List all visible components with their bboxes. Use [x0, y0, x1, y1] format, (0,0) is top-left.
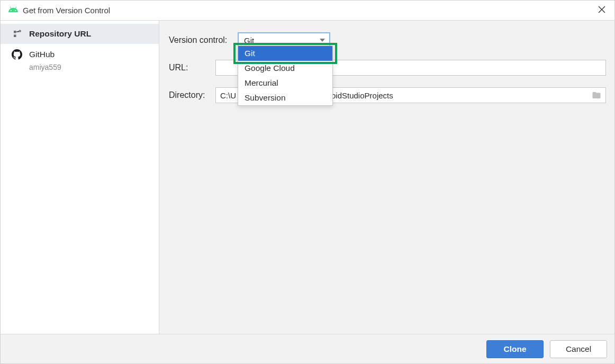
- cancel-button[interactable]: Cancel: [550, 340, 607, 358]
- directory-input-left: C:\U: [220, 91, 236, 100]
- chevron-down-icon: [320, 39, 325, 42]
- url-row: URL:: [169, 60, 606, 76]
- github-icon: [10, 49, 24, 60]
- directory-input-right: oidStudioProjects: [331, 91, 393, 100]
- form-area: Version control: Git URL: Directory:: [159, 21, 614, 334]
- main-area: Repository URL GitHub amiya559 Version c…: [1, 21, 614, 334]
- sidebar-item-github[interactable]: GitHub: [1, 44, 159, 65]
- clone-button[interactable]: Clone: [486, 340, 544, 358]
- version-control-option-google-cloud[interactable]: Google Cloud: [238, 61, 332, 76]
- sidebar-item-repository-url[interactable]: Repository URL: [1, 24, 159, 44]
- sidebar: Repository URL GitHub amiya559: [1, 21, 159, 334]
- repository-url-icon: [10, 29, 24, 39]
- url-label: URL:: [169, 63, 215, 72]
- version-control-selected: Git: [244, 36, 254, 45]
- close-button[interactable]: [594, 3, 609, 18]
- close-icon: [598, 6, 605, 15]
- titlebar-title: Get from Version Control: [23, 6, 594, 15]
- sidebar-item-github-sublabel: amiya559: [1, 63, 159, 71]
- version-control-row: Version control: Git: [169, 32, 606, 48]
- version-control-option-mercurial[interactable]: Mercurial: [238, 76, 332, 90]
- directory-label: Directory:: [169, 90, 215, 100]
- version-control-dropdown: Git Google Cloud Mercurial Subversion: [238, 46, 333, 106]
- folder-icon[interactable]: [592, 90, 601, 102]
- sidebar-item-label: Repository URL: [29, 29, 91, 39]
- version-control-label: Version control:: [169, 35, 238, 45]
- version-control-option-git[interactable]: Git: [238, 46, 332, 61]
- version-control-dialog: Get from Version Control Repository URL …: [0, 0, 615, 364]
- sidebar-item-label: GitHub: [29, 50, 55, 59]
- android-icon: [8, 4, 19, 16]
- bottom-bar: Clone Cancel: [1, 334, 614, 363]
- titlebar: Get from Version Control: [1, 1, 614, 21]
- version-control-option-subversion[interactable]: Subversion: [238, 90, 332, 105]
- directory-row: Directory: C:\U oidStudioProjects: [169, 87, 606, 103]
